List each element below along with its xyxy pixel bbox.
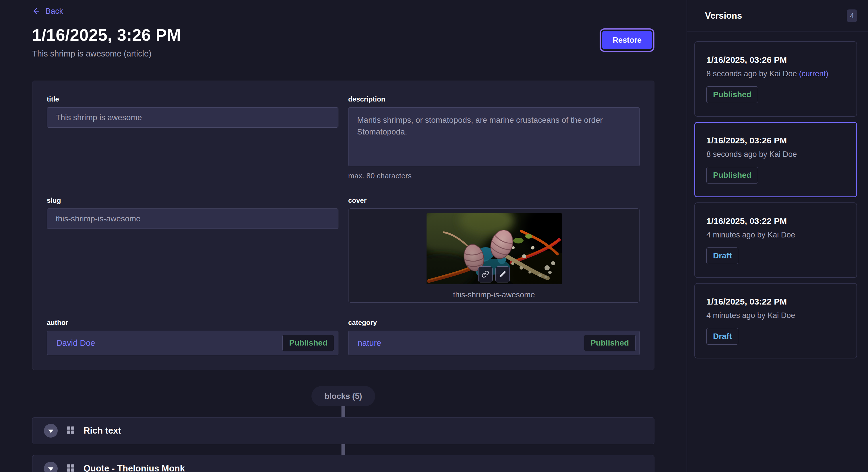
author-link[interactable]: David Doe	[56, 338, 95, 348]
description-hint: max. 80 characters	[348, 171, 640, 180]
author-label: author	[47, 318, 338, 327]
version-card-1[interactable]: 1/16/2025, 03:26 PM 8 seconds ago by Kai…	[694, 41, 857, 117]
restore-button[interactable]: Restore	[602, 31, 652, 49]
app-root: Back 1/16/2025, 3:26 PM This shrimp is a…	[0, 0, 868, 472]
version-status-badge: Published	[706, 167, 758, 183]
cover-actions	[478, 266, 510, 282]
blocks-section: blocks (5) Rich text Quote - Thelonius M…	[32, 386, 654, 472]
field-slug: slug	[47, 196, 338, 303]
page-subtitle: This shrimp is awesome (article)	[32, 49, 181, 59]
versions-list: 1/16/2025, 03:26 PM 8 seconds ago by Kai…	[687, 32, 868, 364]
link-icon	[482, 270, 489, 279]
cover-preview-box: this-shrimp-is-awesome	[348, 208, 640, 303]
cover-link-button[interactable]	[478, 266, 493, 282]
caret-down-icon	[48, 430, 53, 433]
category-status-badge: Published	[584, 335, 636, 351]
block-title: Quote - Thelonius Monk	[84, 463, 185, 472]
versions-heading: Versions	[705, 11, 742, 21]
category-label: category	[348, 318, 640, 327]
page-title: 1/16/2025, 3:26 PM	[32, 25, 181, 44]
slug-label: slug	[47, 196, 338, 204]
versions-panel-header: Versions 4	[687, 0, 868, 32]
blocks-count-pill: blocks (5)	[311, 386, 375, 406]
grid-icon	[66, 425, 75, 436]
version-card-2-selected[interactable]: 1/16/2025, 03:26 PM 8 seconds ago by Kai…	[694, 122, 857, 197]
version-meta: 4 minutes ago by Kai Doe	[706, 231, 845, 239]
block-row-rich-text[interactable]: Rich text	[32, 417, 654, 444]
version-time: 1/16/2025, 03:26 PM	[706, 136, 845, 145]
description-textarea: Mantis shrimps, or stomatopods, are mari…	[348, 107, 640, 166]
block-row-quote[interactable]: Quote - Thelonius Monk	[32, 455, 654, 472]
version-detail-main: Back 1/16/2025, 3:26 PM This shrimp is a…	[0, 0, 687, 472]
field-category: category nature Published	[348, 318, 640, 355]
cover-label: cover	[348, 196, 640, 204]
version-form-card: title description Mantis shrimps, or sto…	[32, 80, 654, 370]
caret-down-icon	[48, 467, 53, 471]
cover-media	[427, 213, 562, 284]
back-link[interactable]: Back	[32, 7, 63, 16]
version-meta: 4 minutes ago by Kai Doe	[706, 311, 845, 320]
slug-input	[47, 208, 338, 229]
back-label: Back	[45, 7, 63, 16]
grid-icon	[66, 463, 75, 472]
version-time: 1/16/2025, 03:22 PM	[706, 216, 845, 226]
category-relation-box: nature Published	[348, 331, 640, 355]
version-meta: 8 seconds ago by Kai Doe	[706, 150, 845, 159]
version-status-badge: Published	[706, 86, 758, 103]
versions-count-badge: 4	[847, 9, 857, 22]
arrow-left-icon	[32, 7, 41, 15]
field-author: author David Doe Published	[47, 318, 338, 355]
description-label: description	[348, 95, 640, 103]
version-card-3[interactable]: 1/16/2025, 03:22 PM 4 minutes ago by Kai…	[694, 202, 857, 278]
author-relation-box: David Doe Published	[47, 331, 338, 355]
cover-edit-button[interactable]	[495, 266, 510, 282]
block-toggle-button[interactable]	[44, 424, 58, 438]
pencil-icon	[499, 270, 506, 279]
field-description: description Mantis shrimps, or stomatopo…	[348, 95, 640, 180]
title-input	[47, 107, 338, 128]
version-meta: 8 seconds ago by Kai Doe (current)	[706, 69, 845, 78]
page-header-titles: 1/16/2025, 3:26 PM This shrimp is awesom…	[32, 16, 181, 59]
block-title: Rich text	[84, 426, 121, 436]
cover-filename: this-shrimp-is-awesome	[453, 291, 535, 299]
versions-panel: Versions 4 1/16/2025, 03:26 PM 8 seconds…	[687, 0, 868, 472]
version-time: 1/16/2025, 03:26 PM	[706, 55, 845, 65]
version-time: 1/16/2025, 03:22 PM	[706, 297, 845, 307]
field-title: title	[47, 95, 338, 180]
block-toggle-button[interactable]	[44, 462, 58, 472]
field-cover: cover	[348, 196, 640, 303]
title-label: title	[47, 95, 338, 103]
version-status-badge: Draft	[706, 247, 738, 264]
author-status-badge: Published	[282, 335, 334, 351]
version-card-4[interactable]: 1/16/2025, 03:22 PM 4 minutes ago by Kai…	[694, 283, 857, 359]
category-link[interactable]: nature	[358, 338, 381, 348]
page-header: 1/16/2025, 3:26 PM This shrimp is awesom…	[32, 16, 654, 59]
version-status-badge: Draft	[706, 328, 738, 345]
current-tag: (current)	[799, 69, 828, 78]
